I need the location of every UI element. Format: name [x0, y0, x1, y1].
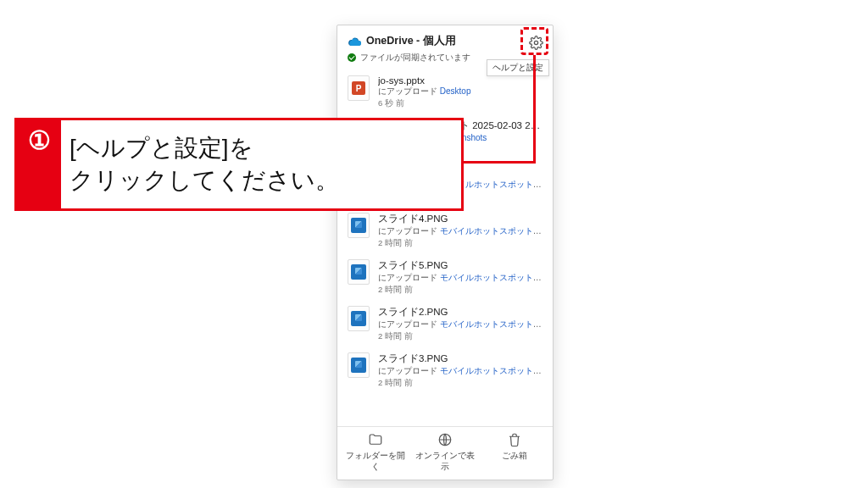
help-settings-tooltip: ヘルプと設定: [487, 59, 549, 76]
trash-icon: [507, 432, 522, 447]
upload-location-link[interactable]: Desktop: [440, 86, 471, 96]
file-name: スライド4.PNG: [378, 213, 542, 225]
file-activity-item[interactable]: スライド2.PNGにアップロード モバイルホットスポットとは？PCを...2 時…: [337, 301, 553, 347]
file-activity-item[interactable]: スライド3.PNGにアップロード モバイルホットスポットとは？PCを...2 時…: [337, 347, 553, 394]
upload-location-link[interactable]: モバイルホットスポットとは？PCを...: [440, 273, 542, 282]
activity-time: 2 時間 前: [378, 331, 542, 342]
view-online-label: オンラインで表示: [412, 451, 478, 473]
check-icon: [348, 53, 356, 62]
file-activity-item[interactable]: スライド5.PNGにアップロード モバイルホットスポットとは？PCを...2 時…: [337, 254, 553, 301]
activity-time: 2 時間 前: [378, 285, 542, 296]
image-file-icon: [348, 259, 370, 285]
annotation-step-badge: ①: [17, 120, 61, 208]
recycle-bin-label: ごみ箱: [502, 451, 527, 462]
svg-point-0: [534, 41, 537, 44]
folder-icon: [368, 432, 383, 447]
gear-icon: [529, 36, 543, 50]
upload-location: にアップロード Desktop: [378, 86, 542, 97]
open-folder-label: フォルダーを開く: [342, 451, 409, 473]
upload-location: にアップロード モバイルホットスポットとは？PCを...: [378, 225, 542, 237]
upload-location-link[interactable]: モバイルホットスポットとは？PCを...: [440, 319, 542, 329]
file-name: スライド3.PNG: [378, 352, 542, 365]
cloud-icon: [348, 36, 361, 46]
image-file-icon: [348, 213, 370, 238]
view-online-button[interactable]: オンラインで表示: [412, 432, 478, 473]
annotation-callout: ① [ヘルプと設定]を クリックしてください。: [14, 118, 464, 211]
file-activity-item[interactable]: Pjo-sys.pptxにアップロード Desktop6 秒 前: [337, 70, 553, 114]
title-row: OneDrive - 個人用: [348, 34, 542, 48]
upload-location-link[interactable]: モバイルホットスポットとは？PCを...: [440, 226, 542, 236]
image-file-icon: [348, 306, 370, 331]
file-name: jo-sys.pptx: [378, 75, 542, 86]
file-name: スライド2.PNG: [378, 306, 542, 319]
sync-status-text: ファイルが同期されています: [360, 52, 470, 64]
globe-icon: [437, 432, 453, 447]
app-title: OneDrive - 個人用: [366, 34, 456, 48]
file-activity-item[interactable]: スライド4.PNGにアップロード モバイルホットスポットとは？PCを...2 時…: [337, 208, 553, 254]
image-file-icon: [348, 352, 370, 378]
flyout-footer: フォルダーを開く オンラインで表示 ごみ箱: [337, 426, 553, 480]
upload-location: にアップロード モバイルホットスポットとは？PCを...: [378, 319, 542, 330]
upload-location-link[interactable]: モバイルホットスポットとは？PCを...: [440, 366, 542, 375]
activity-time: 2 時間 前: [378, 378, 542, 389]
file-name: スライド5.PNG: [378, 259, 542, 272]
recycle-bin-button[interactable]: ごみ箱: [481, 432, 548, 473]
help-settings-button[interactable]: [524, 30, 548, 54]
upload-location: にアップロード モバイルホットスポットとは？PCを...: [378, 365, 542, 377]
activity-time: 6 秒 前: [378, 98, 542, 109]
open-folder-button[interactable]: フォルダーを開く: [342, 432, 409, 473]
upload-location: にアップロード モバイルホットスポットとは？PCを...: [378, 272, 542, 284]
onedrive-flyout: OneDrive - 個人用 ファイルが同期されています ヘルプと設定 Pjo-…: [337, 25, 554, 480]
pptx-file-icon: P: [348, 75, 370, 101]
flyout-header: OneDrive - 個人用 ファイルが同期されています ヘルプと設定: [337, 25, 553, 69]
activity-time: 2 時間 前: [378, 238, 542, 249]
annotation-text: [ヘルプと設定]を クリックしてください。: [61, 127, 461, 202]
